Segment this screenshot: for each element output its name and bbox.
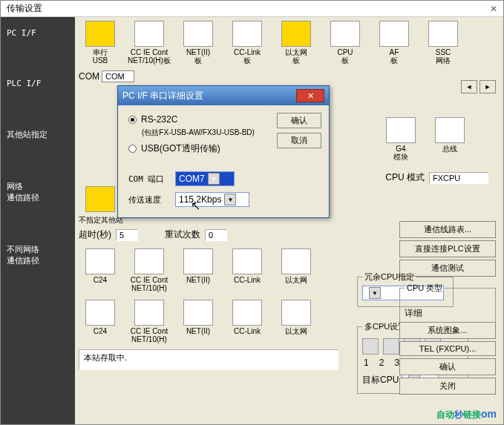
cpu-mode-row: CPU 模式 FXCPU [385, 171, 488, 184]
plcif-icon-row-partial: G4 模块 总线 [379, 117, 471, 161]
cpu-mode-label: CPU 模式 [385, 171, 425, 184]
icon-netii[interactable]: NET(II) 板 [177, 21, 220, 65]
device-icon [85, 21, 115, 47]
chevron-down-icon: ▼ [369, 287, 381, 299]
cpu-type-legend: CPU 类型 [405, 283, 445, 294]
com-port-value: COM7 [179, 174, 205, 184]
icon-cclink3[interactable]: CC-Link [226, 300, 269, 343]
dialog-close-button[interactable]: ✕ [296, 89, 324, 102]
outer-titlebar: 传输设置 ✕ [1, 1, 503, 17]
chevron-down-icon: ▼ [224, 194, 236, 205]
com-port-dropdown[interactable]: COM7 ▼ [175, 171, 235, 186]
icon-ethernet[interactable]: 以太网 板 [275, 21, 318, 65]
main-area: 串行 USB CC IE Cont NET/10(H)板 NET(II) 板 C… [75, 17, 503, 424]
radio-rs232c-label: RS-232C [141, 114, 177, 125]
direct-plc-button[interactable]: 直接连接PLC设置 [399, 240, 496, 257]
scroll-right-button[interactable]: ► [480, 80, 496, 93]
icon-ccie[interactable]: CC IE Cont NET/10(H)板 [128, 21, 171, 65]
tel-fxcpu-button[interactable]: TEL (FXCPU)... [399, 341, 496, 356]
icon-af[interactable]: AF 板 [373, 21, 416, 65]
timeout-value[interactable]: 5 [116, 229, 138, 241]
icon-ethernet2[interactable]: 以太网 [275, 248, 318, 292]
radio-icon [128, 116, 137, 124]
dialog-cancel-button[interactable]: 取消 [277, 133, 321, 148]
target-cpu-label: 目标CPU [362, 374, 399, 386]
sidebar-item-plcif[interactable]: PLC I/F [7, 79, 69, 88]
device-icon [428, 21, 458, 47]
icon-g4[interactable]: G4 模块 [379, 117, 422, 161]
icon-ccie3[interactable]: CC IE Cont NET/10(H) [128, 300, 171, 343]
right-button-column-2: 系统图象... TEL (FXCPU)... 确认 关闭 [399, 322, 496, 395]
com-port-label: COM 端口 [128, 174, 169, 185]
close-icon[interactable]: ✕ [490, 4, 497, 14]
dialog-button-column: 确认 取消 [277, 113, 321, 148]
scroll-left-button[interactable]: ◄ [461, 80, 477, 93]
cpu-slot-1[interactable] [362, 338, 379, 355]
icon-c24b[interactable]: C24 [79, 300, 122, 343]
device-icon [134, 21, 164, 47]
system-image-button[interactable]: 系统图象... [399, 322, 496, 339]
icon-netii3[interactable]: NET(II) [177, 300, 220, 343]
device-icon [85, 300, 115, 326]
dialog-body: 确认 取消 RS-232C (包括FX-USB-AW/FX3U-USB-BD) … [118, 105, 329, 217]
window-title: 传输设置 [7, 2, 42, 15]
cpu-mode-value[interactable]: FXCPU [429, 172, 488, 184]
device-icon [85, 186, 115, 212]
icon-ccie2[interactable]: CC IE Cont NET/10(H) [128, 248, 171, 292]
device-icon [134, 300, 164, 326]
chevron-down-icon: ▼ [208, 173, 220, 185]
device-icon [281, 248, 311, 274]
icon-cclink[interactable]: CC-Link 板 [226, 21, 269, 65]
outer-body: PC I/F PLC I/F 其他站指定 网络 通信路径 不同网络 通信路径 串… [1, 17, 503, 424]
com-row: COM COM [79, 70, 500, 82]
baud-rate-value: 115.2Kbps [179, 194, 221, 205]
pcif-icon-row: 串行 USB CC IE Cont NET/10(H)板 NET(II) 板 C… [79, 21, 500, 65]
com-label: COM [79, 71, 99, 82]
radio-usb-label: USB(GOT透明传输) [141, 142, 220, 155]
dialog-titlebar[interactable]: PC I/F 串口详细设置 ✕ [118, 86, 329, 105]
device-icon [435, 117, 465, 143]
dialog-ok-button[interactable]: 确认 [277, 113, 321, 128]
device-icon [386, 117, 416, 143]
icon-serial-usb[interactable]: 串行 USB [79, 21, 122, 65]
scroll-buttons: ◄ ► [461, 80, 496, 93]
device-icon [330, 21, 360, 47]
device-icon [183, 300, 213, 326]
device-icon [232, 21, 262, 47]
cpu-type-fieldset: CPU 类型 详细 [399, 283, 496, 326]
baud-rate-row: 传送速度 115.2Kbps ▼ [128, 192, 321, 207]
sidebar-item-network[interactable]: 网络 通信路径 [7, 181, 69, 203]
baud-rate-dropdown[interactable]: 115.2Kbps ▼ [175, 192, 249, 207]
cpu-slot-2[interactable] [383, 338, 399, 355]
ok-button[interactable]: 确认 [399, 358, 496, 375]
sidebar-item-diffnetwork[interactable]: 不同网络 通信路径 [7, 244, 69, 266]
icon-c24[interactable]: C24 [79, 248, 122, 292]
com-port-row: COM 端口 COM7 ▼ [128, 171, 321, 186]
com-dropdown[interactable]: COM [102, 70, 134, 82]
timeout-label: 超时(秒) [79, 228, 111, 241]
device-icon [379, 21, 409, 47]
device-icon [85, 248, 115, 274]
sidebar: PC I/F PLC I/F 其他站指定 网络 通信路径 不同网络 通信路径 [1, 17, 75, 424]
device-icon [183, 248, 213, 274]
device-icon [134, 248, 164, 274]
pcif-serial-detail-dialog: PC I/F 串口详细设置 ✕ 确认 取消 RS-232C (包括FX-USB-… [117, 85, 330, 218]
icon-ethernet3[interactable]: 以太网 [275, 300, 318, 343]
icon-netii2[interactable]: NET(II) [177, 248, 220, 292]
baud-rate-label: 传送速度 [128, 194, 169, 205]
icon-ssc[interactable]: SSC 网络 [422, 21, 465, 65]
close-button[interactable]: 关闭 [399, 378, 496, 395]
sidebar-item-pcif[interactable]: PC I/F [7, 28, 69, 38]
device-icon [281, 21, 311, 47]
icon-bus[interactable]: 总线 [428, 117, 471, 161]
icon-cclink2[interactable]: CC-Link [226, 248, 269, 292]
right-button-column: 通信线路表... 直接连接PLC设置 通信测试 [399, 221, 496, 277]
status-message: 本站存取中. [79, 349, 338, 370]
retry-value[interactable]: 0 [205, 229, 227, 241]
sidebar-item-otherstation[interactable]: 其他站指定 [7, 129, 69, 140]
device-icon [232, 300, 262, 326]
watermark: 自动秒链接om [436, 404, 497, 421]
icon-no-other-station[interactable] [79, 186, 122, 214]
comm-route-list-button[interactable]: 通信线路表... [399, 221, 496, 238]
icon-cpu[interactable]: CPU 板 [324, 21, 367, 65]
